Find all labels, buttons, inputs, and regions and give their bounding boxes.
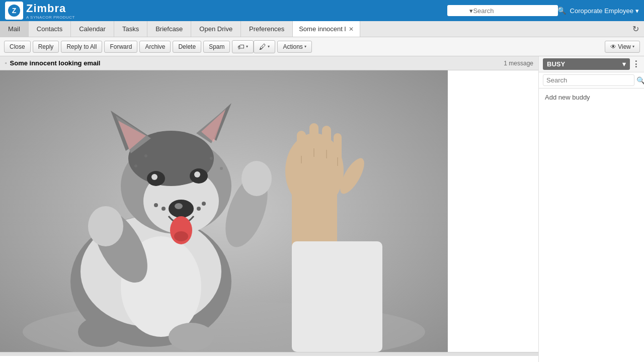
tab-preferences-label: Preferences bbox=[249, 25, 284, 33]
email-subject: ▫ Some innocent looking email bbox=[5, 59, 100, 67]
highlight-button[interactable]: 🖊 ▾ bbox=[254, 40, 275, 53]
search-box: ✉ Mail ▾ 🔍 bbox=[447, 5, 558, 16]
tab-email[interactable]: Some innocent l ✕ bbox=[293, 21, 360, 37]
status-arrow-icon: ▾ bbox=[622, 60, 626, 68]
search-area: ✉ Mail ▾ 🔍 Coroporate Employee ▾ bbox=[447, 5, 639, 16]
search-input[interactable] bbox=[473, 7, 557, 15]
tab-contacts-label: Contacts bbox=[37, 25, 62, 33]
view-label: View bbox=[618, 43, 631, 50]
tab-open-drive[interactable]: Open Drive bbox=[191, 21, 241, 37]
toolbar-right: 👁 View ▾ bbox=[605, 41, 640, 53]
tab-bar: Mail Contacts Calendar Tasks Briefcase O… bbox=[0, 21, 644, 37]
svg-point-46 bbox=[134, 164, 137, 167]
svg-point-19 bbox=[194, 171, 200, 177]
svg-rect-31 bbox=[309, 123, 318, 168]
sidebar-search: 🔍 bbox=[539, 72, 644, 88]
svg-text:Z: Z bbox=[12, 7, 17, 15]
spam-button[interactable]: Spam bbox=[203, 41, 230, 53]
close-button[interactable]: Close bbox=[4, 41, 31, 53]
top-bar: Z Zimbra A SYNACOR PRODUCT ✉ Mail ▾ 🔍 Co… bbox=[0, 0, 644, 21]
tab-open-drive-label: Open Drive bbox=[199, 25, 232, 33]
email-subject-bar: ▫ Some innocent looking email 1 message bbox=[0, 56, 538, 70]
tab-email-close-icon[interactable]: ✕ bbox=[349, 26, 354, 33]
add-buddy-button[interactable]: Add new buddy bbox=[539, 88, 644, 106]
tab-mail-label: Mail bbox=[8, 25, 20, 33]
svg-rect-33 bbox=[334, 133, 342, 173]
highlight-icon: 🖊 bbox=[259, 43, 266, 51]
status-dropdown[interactable]: BUSY ▾ bbox=[543, 58, 630, 70]
tab-tasks-label: Tasks bbox=[122, 25, 139, 33]
svg-point-44 bbox=[202, 202, 206, 206]
search-button[interactable]: 🔍 bbox=[557, 7, 566, 15]
svg-point-45 bbox=[197, 207, 201, 211]
user-menu-arrow-icon: ▾ bbox=[635, 7, 639, 15]
tag-button[interactable]: 🏷 ▾ bbox=[232, 40, 254, 53]
main-area: ▫ Some innocent looking email 1 message bbox=[0, 56, 644, 362]
svg-point-40 bbox=[78, 317, 123, 347]
expand-icon[interactable]: ▫ bbox=[5, 60, 7, 66]
svg-point-18 bbox=[151, 174, 157, 180]
delete-button[interactable]: Delete bbox=[173, 41, 201, 53]
email-body[interactable] bbox=[0, 70, 538, 362]
zimbra-logo-icon: Z bbox=[5, 2, 23, 20]
tab-briefcase-label: Briefcase bbox=[155, 25, 183, 33]
search-type-button[interactable]: ✉ Mail ▾ bbox=[450, 7, 473, 15]
tab-tasks[interactable]: Tasks bbox=[114, 21, 147, 37]
email-subject-text: Some innocent looking email bbox=[10, 59, 101, 67]
refresh-icon: ↻ bbox=[632, 24, 639, 34]
view-arrow-icon: ▾ bbox=[632, 44, 634, 49]
search-type-label: Mail bbox=[457, 7, 469, 15]
svg-point-47 bbox=[144, 154, 147, 157]
svg-point-21 bbox=[175, 203, 183, 209]
tab-preferences[interactable]: Preferences bbox=[241, 21, 293, 37]
archive-button[interactable]: Archive bbox=[139, 41, 171, 53]
tab-calendar-label: Calendar bbox=[79, 25, 106, 33]
logo-text-group: Zimbra A SYNACOR PRODUCT bbox=[26, 2, 75, 20]
search-type-icon: ✉ bbox=[450, 7, 456, 15]
svg-rect-35 bbox=[292, 241, 382, 352]
reply-all-button[interactable]: Reply to All bbox=[61, 41, 102, 53]
forward-button[interactable]: Forward bbox=[104, 41, 137, 53]
tab-mail[interactable]: Mail bbox=[0, 21, 29, 37]
buddy-search-icon[interactable]: 🔍 bbox=[636, 76, 644, 84]
email-area: ▫ Some innocent looking email 1 message bbox=[0, 56, 538, 362]
tag-icon: 🏷 bbox=[237, 43, 245, 51]
dog-image-svg bbox=[0, 70, 448, 352]
search-type-arrow-icon: ▾ bbox=[469, 7, 473, 15]
tab-email-title: Some innocent l bbox=[299, 25, 346, 33]
svg-point-23 bbox=[174, 231, 188, 241]
refresh-button[interactable]: ↻ bbox=[627, 21, 644, 37]
svg-point-27 bbox=[242, 161, 272, 196]
message-count: 1 message bbox=[504, 60, 533, 67]
svg-point-43 bbox=[162, 207, 166, 211]
highlight-arrow-icon: ▾ bbox=[268, 44, 270, 49]
toolbar: Close Reply Reply to All Forward Archive… bbox=[0, 37, 644, 56]
actions-arrow-icon: ▾ bbox=[304, 44, 306, 49]
svg-point-41 bbox=[169, 323, 214, 351]
svg-point-48 bbox=[210, 157, 213, 160]
status-label: BUSY bbox=[547, 60, 565, 68]
user-name: Coroporate Employee bbox=[570, 7, 633, 15]
right-sidebar: BUSY ▾ ⋮ 🔍 Add new buddy bbox=[538, 56, 644, 362]
view-icon: 👁 bbox=[610, 43, 616, 50]
actions-label: Actions bbox=[283, 43, 302, 50]
actions-button[interactable]: Actions ▾ bbox=[277, 41, 311, 53]
tab-calendar[interactable]: Calendar bbox=[71, 21, 114, 37]
logo-subtitle: A SYNACOR PRODUCT bbox=[26, 15, 75, 20]
logo: Z Zimbra A SYNACOR PRODUCT bbox=[5, 2, 75, 20]
status-menu-button[interactable]: ⋮ bbox=[632, 59, 640, 69]
tab-briefcase[interactable]: Briefcase bbox=[147, 21, 191, 37]
email-image bbox=[0, 70, 448, 352]
reply-button[interactable]: Reply bbox=[33, 41, 59, 53]
tag-arrow-icon: ▾ bbox=[246, 44, 248, 49]
svg-point-20 bbox=[169, 200, 194, 218]
svg-point-42 bbox=[154, 203, 158, 207]
user-menu[interactable]: Coroporate Employee ▾ bbox=[570, 7, 639, 15]
status-bar: BUSY ▾ ⋮ bbox=[539, 56, 644, 72]
svg-point-25 bbox=[88, 206, 123, 246]
tab-contacts[interactable]: Contacts bbox=[29, 21, 71, 37]
logo-name: Zimbra bbox=[26, 2, 66, 15]
horizontal-scrollbar[interactable] bbox=[0, 352, 538, 356]
buddy-search-input[interactable] bbox=[543, 74, 634, 86]
view-button[interactable]: 👁 View ▾ bbox=[605, 41, 640, 53]
